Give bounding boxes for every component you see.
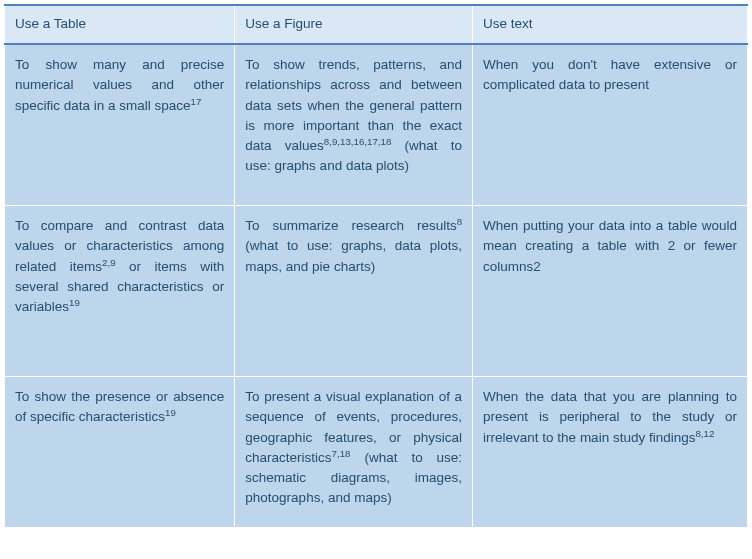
cell-text-r2: When putting your data into a table woul… [473,206,748,377]
comparison-table: Use a Table Use a Figure Use text To sho… [4,4,748,528]
body-row: To show many and precise numerical value… [5,44,748,206]
cell-table-r2: To compare and contrast data values or c… [5,206,235,377]
cell-text-r3: When the data that you are planning to p… [473,377,748,528]
cell-table-r1: To show many and precise numerical value… [5,44,235,206]
cell-table-r3: To show the presence or absence of speci… [5,377,235,528]
header-use-text: Use text [473,5,748,44]
body-row: To show the presence or absence of speci… [5,377,748,528]
header-use-table: Use a Table [5,5,235,44]
cell-text-r1: When you don't have extensive or complic… [473,44,748,206]
header-row: Use a Table Use a Figure Use text [5,5,748,44]
header-use-figure: Use a Figure [235,5,473,44]
cell-figure-r3: To present a visual explanation of a seq… [235,377,473,528]
cell-figure-r1: To show trends, patterns, and relationsh… [235,44,473,206]
body-row: To compare and contrast data values or c… [5,206,748,377]
cell-figure-r2: To summarize research results8 (what to … [235,206,473,377]
